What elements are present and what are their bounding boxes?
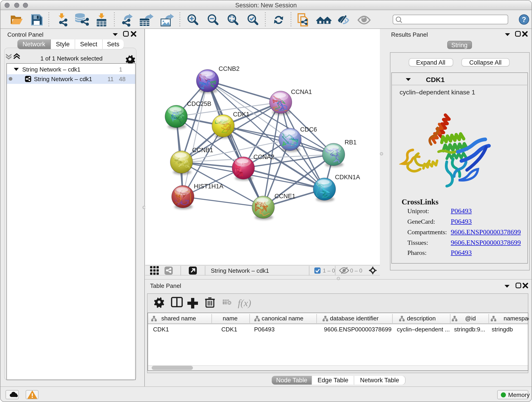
svg-text:CCNB1: CCNB1: [192, 147, 213, 153]
svg-text:canonical name: canonical name: [262, 315, 303, 322]
svg-text:String Network – cdk1: String Network – cdk1: [211, 267, 269, 274]
svg-text:CDK1: CDK1: [233, 111, 249, 118]
svg-text:@id: @id: [465, 315, 476, 322]
svg-text:database identifier: database identifier: [330, 315, 379, 322]
svg-text:HIST1H1A: HIST1H1A: [194, 183, 223, 190]
svg-text:CDKN1A: CDKN1A: [335, 174, 360, 181]
svg-text:CCNA2: CCNA2: [253, 153, 274, 160]
svg-text:RB1: RB1: [345, 139, 357, 146]
svg-text:namespac: namespac: [504, 315, 529, 322]
svg-text:CCNB2: CCNB2: [219, 65, 240, 72]
svg-text:0 – 0: 0 – 0: [350, 268, 362, 274]
svg-text:CCNA1: CCNA1: [291, 89, 312, 95]
svg-text:1 – 0: 1 – 0: [323, 268, 335, 274]
svg-text:name: name: [223, 315, 238, 322]
svg-text:shared name: shared name: [161, 315, 196, 322]
svg-text:description: description: [407, 315, 436, 322]
svg-text:CCNE1: CCNE1: [274, 193, 296, 200]
svg-text:f(x): f(x): [238, 298, 251, 308]
svg-text:CDC25B: CDC25B: [187, 100, 211, 107]
svg-text:CDC6: CDC6: [300, 126, 317, 133]
svg-text:?: ?: [522, 16, 526, 24]
